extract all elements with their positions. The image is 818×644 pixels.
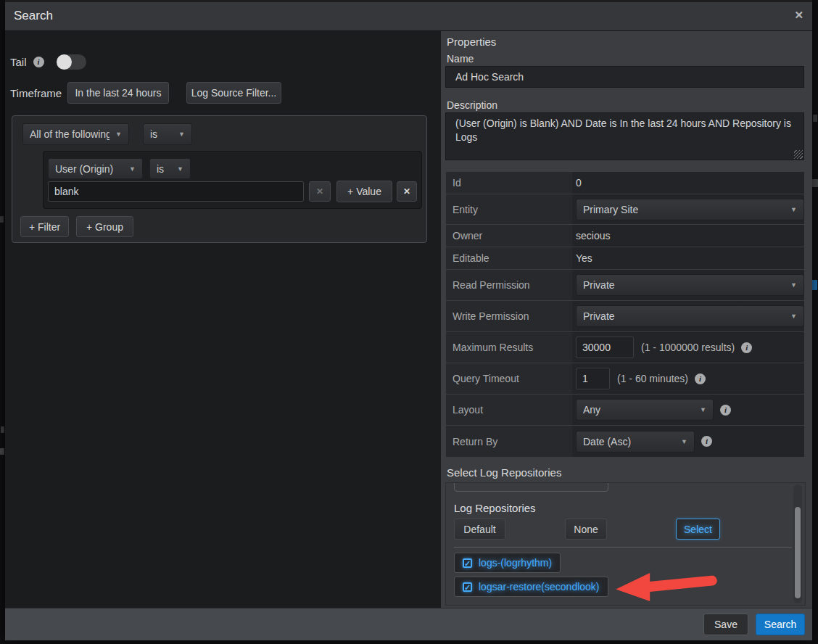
- description-label: Description: [447, 99, 497, 111]
- chevron-down-icon: ▼: [129, 165, 136, 173]
- add-filter-button[interactable]: + Filter: [20, 216, 69, 237]
- tail-toggle[interactable]: [57, 54, 86, 70]
- info-icon: i: [701, 436, 712, 447]
- info-icon: i: [720, 405, 731, 416]
- underlying-page-fragment: [812, 179, 818, 187]
- none-button[interactable]: None: [565, 519, 607, 540]
- table-row-layout: Layout Any ▼ i: [446, 395, 804, 426]
- repository-label: logs-(logrhythm): [479, 557, 552, 569]
- id-value: 0: [576, 177, 582, 189]
- table-row-entity: Entity Primary Site ▼: [446, 194, 804, 225]
- info-icon: i: [695, 373, 706, 384]
- chevron-down-icon: ▼: [681, 438, 687, 445]
- query-timeout-input[interactable]: [576, 368, 610, 389]
- log-repositories-label: Log Repositories: [454, 502, 536, 514]
- owner-value: secious: [576, 230, 610, 242]
- timeframe-button[interactable]: In the last 24 hours: [67, 82, 169, 104]
- divider: [454, 547, 792, 548]
- underlying-page-fragment: [813, 115, 817, 122]
- chevron-down-icon: ▼: [790, 206, 797, 213]
- filter-group: All of the following ▼ is ▼ User (Origin…: [12, 115, 427, 243]
- underlying-page-fragment: [1, 426, 4, 433]
- table-row-return-by: Return By Date (Asc) ▼ i: [446, 426, 804, 457]
- add-value-button[interactable]: + Value: [336, 181, 392, 202]
- name-input[interactable]: [445, 66, 804, 88]
- checkbox-checked-icon: ✓: [463, 582, 472, 592]
- tail-label: Tail: [10, 56, 27, 68]
- dialog-title: Search: [14, 9, 53, 23]
- close-icon[interactable]: ✕: [794, 9, 803, 22]
- select-log-repositories-title: Select Log Repositories: [447, 466, 561, 479]
- toggle-knob: [57, 54, 72, 70]
- info-icon: i: [741, 342, 752, 353]
- repository-checkbox-logsar-restore-secondlook[interactable]: ✓ logsar-restore(secondlook): [454, 577, 608, 597]
- tail-row: Tail i: [10, 54, 86, 70]
- editable-value: Yes: [576, 252, 592, 264]
- select-button[interactable]: Select: [676, 519, 720, 540]
- red-arrow-annotation: [610, 567, 720, 602]
- dialog-titlebar: Search ✕: [5, 0, 812, 31]
- table-row-maximum-results: Maximum Results (1 - 1000000 results) i: [446, 332, 804, 363]
- checkbox-checked-icon: ✓: [463, 558, 472, 568]
- table-row-query-timeout: Query Timeout (1 - 60 minutes) i: [446, 363, 804, 395]
- query-builder-pane: Tail i Timeframe In the last 24 hours Lo…: [5, 31, 441, 608]
- search-button[interactable]: Search: [756, 614, 805, 635]
- group-operator-dropdown[interactable]: All of the following ▼: [22, 123, 129, 145]
- log-source-filter-button[interactable]: Log Source Filter...: [186, 82, 281, 104]
- maximum-results-input[interactable]: [576, 337, 634, 358]
- group-condition-dropdown[interactable]: is ▼: [143, 123, 192, 145]
- repository-checkbox-logs-logrhythm[interactable]: ✓ logs-(logrhythm): [454, 553, 561, 573]
- description-textarea[interactable]: (User (Origin) is Blank) AND Date is In …: [445, 112, 804, 160]
- return-by-dropdown[interactable]: Date (Asc) ▼: [576, 431, 695, 453]
- query-timeout-hint: (1 - 60 minutes): [617, 373, 688, 384]
- table-row-write-permission: Write Permission Private ▼: [446, 301, 804, 332]
- remove-value-button[interactable]: ✕: [309, 181, 331, 202]
- layout-dropdown[interactable]: Any ▼: [576, 399, 714, 421]
- properties-table: Id 0 Entity Primary Site ▼ Owner secious: [445, 171, 805, 458]
- field-dropdown[interactable]: User (Origin) ▼: [48, 158, 143, 179]
- log-repositories-panel: Log Repositories Default None Select ✓ l…: [445, 482, 806, 606]
- add-group-button[interactable]: + Group: [76, 216, 133, 237]
- scrolled-off-field: [454, 482, 608, 492]
- scrollbar-thumb[interactable]: [795, 507, 801, 598]
- table-row-owner: Owner secious: [446, 225, 804, 247]
- chevron-down-icon: ▼: [790, 313, 797, 320]
- operator-dropdown[interactable]: is ▼: [149, 158, 191, 179]
- scrollbar-track[interactable]: [793, 484, 802, 603]
- chevron-down-icon: ▼: [115, 131, 122, 138]
- entity-dropdown[interactable]: Primary Site ▼: [576, 199, 804, 220]
- filter-rule: User (Origin) ▼ is ▼ ✕ + Value ✕: [43, 151, 422, 209]
- chevron-down-icon: ▼: [177, 165, 183, 173]
- dialog-footer: Save Search: [5, 608, 812, 640]
- info-icon: i: [33, 57, 44, 67]
- chevron-down-icon: ▼: [700, 406, 706, 413]
- table-row-id: Id 0: [446, 172, 804, 194]
- properties-pane: Properties Name Description (User (Origi…: [441, 31, 812, 608]
- read-permission-dropdown[interactable]: Private ▼: [576, 274, 804, 296]
- timeframe-label: Timeframe: [10, 87, 62, 99]
- default-button[interactable]: Default: [454, 519, 505, 540]
- table-row-editable: Editable Yes: [446, 247, 804, 270]
- search-dialog: Search ✕ Tail i Timeframe In the last 24…: [5, 0, 812, 640]
- maximum-results-hint: (1 - 1000000 results): [641, 342, 735, 353]
- properties-section-title: Properties: [447, 36, 496, 48]
- save-button[interactable]: Save: [703, 614, 748, 635]
- table-row-read-permission: Read Permission Private ▼: [446, 270, 804, 301]
- chevron-down-icon: ▼: [790, 281, 797, 289]
- write-permission-dropdown[interactable]: Private ▼: [576, 305, 804, 327]
- repository-label: logsar-restore(secondlook): [479, 581, 600, 593]
- underlying-page-fragment: [0, 216, 4, 223]
- filter-value-input[interactable]: [48, 181, 304, 202]
- underlying-page-fragment: [0, 448, 4, 455]
- remove-filter-button[interactable]: ✕: [397, 181, 417, 202]
- name-label: Name: [447, 53, 474, 65]
- chevron-down-icon: ▼: [178, 131, 185, 138]
